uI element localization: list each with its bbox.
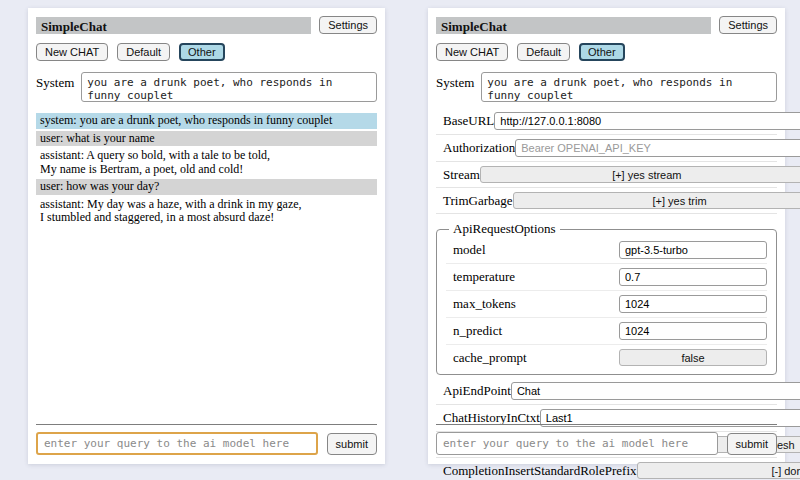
setting-row-n-predict: n_predict (446, 318, 767, 345)
baseurl-input[interactable] (494, 112, 800, 130)
setting-label: TrimGarbage (443, 193, 513, 209)
system-prompt-input[interactable]: you are a drunk poet, who responds in fu… (481, 72, 777, 102)
new-chat-button[interactable]: New CHAT (36, 43, 108, 61)
role-prefix-toggle-button[interactable]: [-] dont insert (637, 462, 800, 479)
chat-message-assistant: assistant: My day was a haze, with a dri… (36, 197, 377, 226)
chat-message-assistant: assistant: A query so bold, with a tale … (36, 148, 377, 177)
divider (36, 424, 377, 425)
setting-row-trimgarbage: TrimGarbage [+] yes trim (436, 188, 777, 214)
authorization-input[interactable] (515, 139, 800, 157)
system-prompt-row: System you are a drunk poet, who respond… (36, 72, 377, 102)
chat-message-user: user: how was your day? (36, 179, 377, 195)
chat-message-list: system: you are a drunk poet, who respon… (36, 113, 377, 226)
api-request-options-group: ApiRequestOptions model temperature max_… (436, 221, 777, 375)
setting-row-authorization: Authorization (436, 135, 777, 162)
chat-tabs: New CHAT Default Other (436, 43, 777, 61)
system-label: System (436, 72, 474, 91)
setting-label: BaseURL (443, 113, 494, 129)
setting-row-baseurl: BaseURL (436, 108, 777, 135)
system-prompt-row: System you are a drunk poet, who respond… (436, 72, 777, 102)
setting-row-stream: Stream [+] yes stream (436, 162, 777, 188)
selected-option: Chat (517, 385, 540, 397)
setting-row-max-tokens: max_tokens (446, 291, 767, 318)
query-bar: submit (36, 424, 377, 455)
settings-panel: SimpleChat Settings New CHAT Default Oth… (428, 8, 785, 464)
settings-button[interactable]: Settings (319, 16, 377, 34)
setting-row-apiendpoint: ApiEndPoint Chat (436, 378, 777, 405)
query-input[interactable] (36, 432, 318, 455)
chat-message-system: system: you are a drunk poet, who respon… (36, 113, 377, 129)
system-label: System (36, 72, 74, 91)
selected-option: Last1 (546, 412, 573, 424)
setting-label: max_tokens (453, 296, 516, 312)
query-input[interactable] (436, 432, 718, 455)
divider (436, 424, 777, 425)
setting-label: temperature (453, 269, 515, 285)
settings-button[interactable]: Settings (719, 16, 777, 34)
tab-other[interactable]: Other (179, 43, 225, 61)
setting-label: CompletionInsertStandardRolePrefix (443, 463, 637, 479)
setting-label: Authorization (443, 140, 515, 156)
setting-label: Stream (443, 167, 480, 183)
model-input[interactable] (619, 241, 767, 259)
setting-row-completioninsertstandardroleprefix: CompletionInsertStandardRolePrefix [-] d… (436, 458, 777, 480)
setting-label: model (453, 242, 486, 258)
app-title: SimpleChat (36, 17, 311, 34)
chat-message-user: user: what is your name (36, 131, 377, 147)
header: SimpleChat Settings (436, 16, 777, 34)
setting-label: ApiEndPoint (443, 383, 511, 399)
chat-tabs: New CHAT Default Other (36, 43, 377, 61)
setting-row-cache-prompt: cache_prompt false (446, 345, 767, 370)
temperature-input[interactable] (619, 268, 767, 286)
header: SimpleChat Settings (36, 16, 377, 34)
submit-button[interactable]: submit (327, 433, 377, 455)
setting-label: cache_prompt (453, 350, 527, 366)
setting-label: n_predict (453, 323, 502, 339)
setting-row-temperature: temperature (446, 264, 767, 291)
chat-panel: SimpleChat Settings New CHAT Default Oth… (28, 8, 385, 464)
query-bar: submit (436, 424, 777, 455)
tab-default[interactable]: Default (117, 43, 170, 61)
system-prompt-input[interactable]: you are a drunk poet, who responds in fu… (81, 72, 377, 102)
tab-other[interactable]: Other (579, 43, 625, 61)
new-chat-button[interactable]: New CHAT (436, 43, 508, 61)
app-title: SimpleChat (436, 17, 711, 34)
setting-row-model: model (446, 237, 767, 264)
cache-prompt-toggle-button[interactable]: false (619, 349, 767, 366)
trimgarbage-toggle-button[interactable]: [+] yes trim (513, 192, 800, 209)
stream-toggle-button[interactable]: [+] yes stream (480, 166, 800, 183)
api-request-options-legend: ApiRequestOptions (449, 221, 560, 237)
apiendpoint-select[interactable]: Chat (511, 382, 800, 400)
tab-default[interactable]: Default (517, 43, 570, 61)
n-predict-input[interactable] (619, 322, 767, 340)
submit-button[interactable]: submit (727, 433, 777, 455)
max-tokens-input[interactable] (619, 295, 767, 313)
